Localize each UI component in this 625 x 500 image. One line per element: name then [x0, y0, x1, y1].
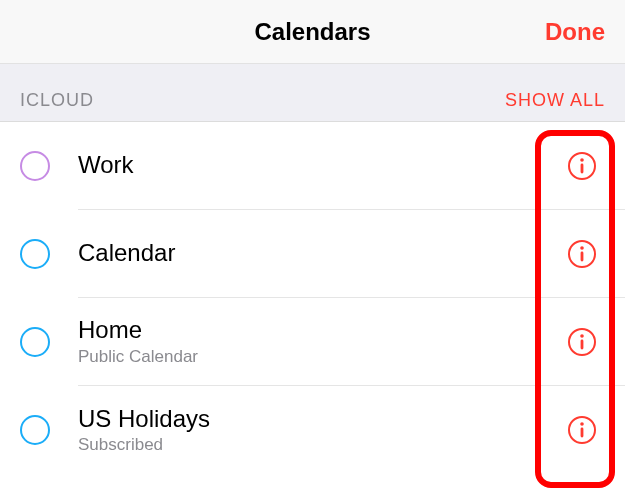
svg-point-1 — [580, 158, 584, 162]
calendar-name: US Holidays — [78, 405, 210, 434]
row-content: Home Public Calendar — [78, 298, 625, 386]
calendar-row-work[interactable]: Work — [0, 122, 625, 210]
section-title: ICLOUD — [20, 90, 94, 111]
calendar-name: Work — [78, 151, 134, 180]
svg-rect-5 — [581, 252, 584, 262]
svg-rect-11 — [581, 428, 584, 438]
selection-circle-icon[interactable] — [20, 415, 50, 445]
info-icon[interactable] — [567, 151, 597, 181]
row-content: Work — [78, 122, 625, 210]
row-labels: Calendar — [78, 239, 175, 268]
selection-circle-icon[interactable] — [20, 239, 50, 269]
calendar-subtitle: Public Calendar — [78, 347, 198, 367]
row-content: Calendar — [78, 210, 625, 298]
row-content: US Holidays Subscribed — [78, 386, 625, 474]
svg-rect-2 — [581, 164, 584, 174]
calendar-name: Home — [78, 316, 198, 345]
calendar-row-calendar[interactable]: Calendar — [0, 210, 625, 298]
done-button[interactable]: Done — [545, 18, 605, 46]
row-labels: US Holidays Subscribed — [78, 405, 210, 456]
show-all-button[interactable]: SHOW ALL — [505, 90, 605, 111]
calendar-name: Calendar — [78, 239, 175, 268]
calendars-screen: Calendars Done ICLOUD SHOW ALL Work Cale… — [0, 0, 625, 500]
svg-point-10 — [580, 422, 584, 426]
row-labels: Work — [78, 151, 134, 180]
calendar-subtitle: Subscribed — [78, 435, 210, 455]
svg-point-4 — [580, 246, 584, 250]
page-title: Calendars — [254, 18, 370, 46]
section-header-icloud: ICLOUD SHOW ALL — [0, 64, 625, 122]
calendar-row-home[interactable]: Home Public Calendar — [0, 298, 625, 386]
info-icon[interactable] — [567, 239, 597, 269]
row-labels: Home Public Calendar — [78, 316, 198, 367]
selection-circle-icon[interactable] — [20, 151, 50, 181]
info-icon[interactable] — [567, 327, 597, 357]
info-icon[interactable] — [567, 415, 597, 445]
svg-point-7 — [580, 334, 584, 338]
calendar-list: Work Calendar Home Publi — [0, 122, 625, 474]
navigation-bar: Calendars Done — [0, 0, 625, 64]
svg-rect-8 — [581, 340, 584, 350]
selection-circle-icon[interactable] — [20, 327, 50, 357]
calendar-row-us-holidays[interactable]: US Holidays Subscribed — [0, 386, 625, 474]
